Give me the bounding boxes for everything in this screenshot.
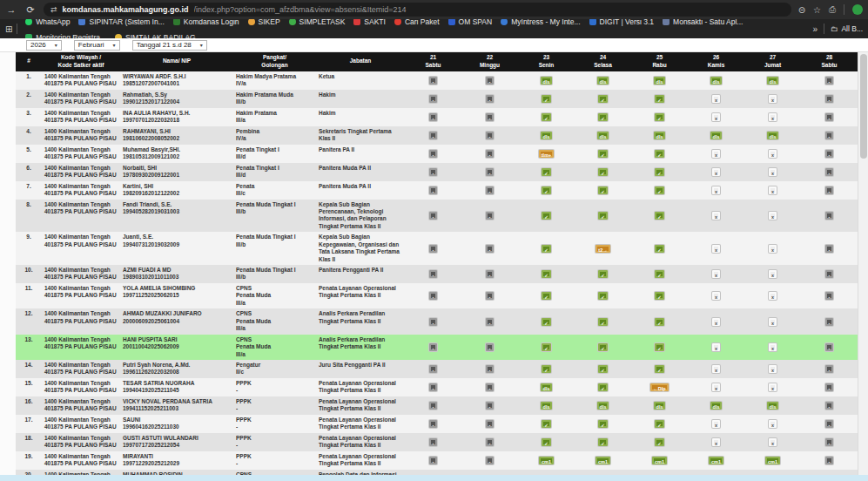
bookmark-item[interactable]: SIKEP xyxy=(244,19,285,26)
attendance-status-button[interactable]: dls xyxy=(767,132,779,139)
attendance-status-button[interactable]: x xyxy=(712,168,720,176)
reload-icon[interactable]: ⟳ xyxy=(24,4,37,16)
all-bookmarks-button[interactable]: 🗀 All B... xyxy=(831,24,863,33)
attendance-status-button[interactable]: - xyxy=(486,402,494,410)
attendance-status-button[interactable]: ✓ xyxy=(542,318,551,326)
attendance-status-button[interactable]: dls xyxy=(710,77,723,85)
attendance-status-button[interactable]: - xyxy=(825,270,833,278)
attendance-status-button[interactable]: dls xyxy=(597,77,609,85)
attendance-status-button[interactable]: x xyxy=(712,343,720,351)
attendance-status-button[interactable]: - xyxy=(429,383,437,391)
attendance-status-button[interactable]: ✓ xyxy=(655,270,664,278)
attendance-status-button[interactable]: - xyxy=(429,212,437,220)
attendance-status-button[interactable]: - xyxy=(825,132,833,139)
attendance-status-button[interactable]: - xyxy=(486,245,494,253)
attendance-status-button[interactable]: ✓ xyxy=(598,318,608,326)
attendance-status-button[interactable]: ✓ xyxy=(655,168,664,176)
attendance-status-button[interactable]: x xyxy=(712,365,720,373)
attendance-status-button[interactable]: cm1 xyxy=(652,457,667,464)
vertical-scrollbar[interactable] xyxy=(858,52,868,480)
attendance-status-button[interactable]: ✓ xyxy=(542,113,551,121)
attendance-status-button[interactable]: ✓ xyxy=(655,245,664,253)
attendance-status-button[interactable]: - xyxy=(486,95,494,103)
attendance-status-button[interactable]: x xyxy=(712,270,720,278)
attendance-status-button[interactable]: - xyxy=(825,186,833,194)
attendance-status-button[interactable]: x xyxy=(712,438,720,446)
attendance-status-button[interactable]: dls xyxy=(654,132,666,139)
attendance-status-button[interactable]: - xyxy=(429,113,437,121)
attendance-status-button[interactable]: x xyxy=(769,365,777,373)
attendance-status-button[interactable]: - xyxy=(825,292,833,300)
attendance-status-button[interactable]: - xyxy=(429,365,437,373)
attendance-status-button[interactable]: x xyxy=(769,383,777,391)
attendance-status-button[interactable]: dls xyxy=(541,132,553,139)
attendance-status-button[interactable]: ✓ xyxy=(655,420,664,428)
attendance-status-button[interactable]: ✓ xyxy=(655,343,664,351)
attendance-status-button[interactable]: ✓ xyxy=(542,212,551,220)
bookmark-item[interactable]: SIMPLETASK xyxy=(285,19,350,26)
attendance-status-button[interactable]: ✓ xyxy=(598,212,608,220)
bookmark-item[interactable]: MyIntress - My Inte... xyxy=(496,19,584,26)
attendance-status-button[interactable]: - xyxy=(825,365,833,373)
attendance-status-button[interactable]: - xyxy=(486,186,494,194)
attendance-status-button[interactable]: - xyxy=(429,420,437,428)
attendance-status-button[interactable]: - xyxy=(486,150,494,158)
attendance-status-button[interactable]: ✓ xyxy=(598,383,608,391)
attendance-status-button[interactable]: - xyxy=(429,150,437,158)
address-bar[interactable]: ⇄ komdanas.mahkamahagung.go.id /index.ph… xyxy=(44,3,791,17)
attendance-status-button[interactable]: x xyxy=(769,212,777,220)
attendance-status-button[interactable]: - xyxy=(825,113,833,121)
attendance-status-button[interactable]: ✓ xyxy=(598,365,608,373)
attendance-status-button[interactable]: - xyxy=(486,365,494,373)
attendance-status-button[interactable]: tlm+ xyxy=(539,150,554,158)
attendance-status-button[interactable]: x xyxy=(712,383,720,391)
scrollbar-thumb[interactable] xyxy=(860,54,867,159)
attendance-status-button[interactable]: - xyxy=(486,168,494,176)
attendance-status-button[interactable]: - xyxy=(486,318,494,326)
attendance-status-button[interactable]: ✓ xyxy=(598,292,608,300)
attendance-status-button[interactable]: - xyxy=(825,343,833,351)
attendance-status-button[interactable]: cm1 xyxy=(595,457,610,464)
month-select[interactable]: Februari ▾ xyxy=(74,40,120,51)
attendance-status-button[interactable]: ✓ xyxy=(542,365,551,373)
attendance-status-button[interactable]: - xyxy=(486,420,494,428)
attendance-status-button[interactable]: x xyxy=(769,438,777,446)
attendance-status-button[interactable]: - xyxy=(429,343,437,351)
attendance-status-button[interactable]: x xyxy=(769,245,777,253)
attendance-status-button[interactable]: ✓ xyxy=(598,113,608,121)
zoom-icon[interactable]: ⊝ xyxy=(798,5,805,15)
attendance-status-button[interactable]: ✓ xyxy=(542,270,551,278)
forward-icon[interactable]: → xyxy=(5,4,17,15)
attendance-status-button[interactable]: x xyxy=(712,420,720,428)
attendance-status-button[interactable]: ✓ xyxy=(598,420,608,428)
attendance-status-button[interactable]: x xyxy=(712,292,720,300)
bookmark-item[interactable]: Monsakti - Satu Apl... xyxy=(658,19,747,26)
attendance-status-button[interactable]: - xyxy=(825,318,833,326)
attendance-status-button[interactable]: ✓ xyxy=(542,168,551,176)
attendance-status-button[interactable]: dls xyxy=(654,402,666,410)
attendance-status-button[interactable]: ✓ xyxy=(542,438,551,446)
attendance-status-button[interactable]: dls xyxy=(541,77,553,85)
attendance-status-button[interactable]: dls xyxy=(710,132,723,139)
bookmark-item[interactable]: SIPINTAR (Sistem In... xyxy=(74,19,168,26)
attendance-status-button[interactable]: - xyxy=(486,132,494,139)
date-range-select[interactable]: Tanggal 21 s.d 28 ▾ xyxy=(132,40,207,51)
attendance-status-button[interactable]: ←Dlp xyxy=(650,383,668,391)
attendance-status-button[interactable]: - xyxy=(825,150,833,158)
attendance-status-button[interactable]: dls xyxy=(597,132,609,139)
attendance-status-button[interactable]: x xyxy=(769,318,777,326)
attendance-status-button[interactable]: x xyxy=(769,95,777,103)
attendance-status-button[interactable]: ✓ xyxy=(655,365,664,373)
attendance-status-button[interactable]: - xyxy=(825,420,833,428)
attendance-status-button[interactable]: x xyxy=(769,168,777,176)
attendance-status-button[interactable]: ✓ xyxy=(655,212,664,220)
attendance-status-button[interactable]: ✓ xyxy=(655,113,664,121)
attendance-status-button[interactable]: - xyxy=(486,457,494,464)
attendance-status-button[interactable]: - xyxy=(429,245,437,253)
attendance-status-button[interactable]: x xyxy=(769,113,777,121)
attendance-status-button[interactable]: dls xyxy=(541,383,553,391)
attendance-status-button[interactable]: ✓ xyxy=(655,438,664,446)
attendance-status-button[interactable]: dls xyxy=(597,402,609,410)
bookmark-item[interactable]: OM SPAN xyxy=(444,19,497,26)
attendance-status-button[interactable]: - xyxy=(825,438,833,446)
